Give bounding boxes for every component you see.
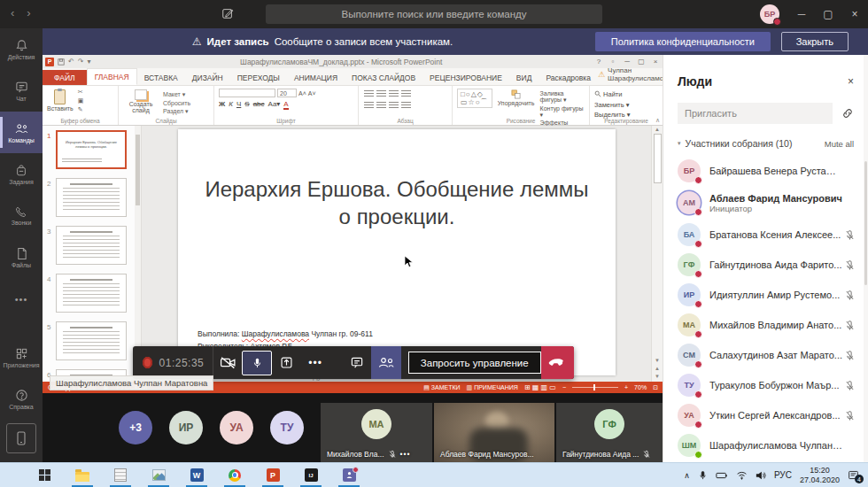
find-button[interactable]: Найти [594,90,630,98]
cut-icon[interactable]: ✂ [78,89,84,96]
chat-button[interactable] [342,346,370,379]
tab-animations[interactable]: АНИМАЦИЯ [287,70,345,85]
panel-scrollbar[interactable] [864,55,868,462]
minimize-button[interactable]: ─ [788,0,815,28]
bullets-icon[interactable] [364,90,374,98]
video-tile[interactable]: ГФ Гайнутдинова Аида ... [556,403,663,462]
sidebar-item-assignments[interactable]: Задания [0,153,43,195]
view-buttons[interactable]: ⊞ ▦ ▥ ▭ [524,383,556,391]
sidebar-item-calls[interactable]: Звонки [0,195,43,236]
participant-avatar[interactable]: ИР [169,411,203,444]
sidebar-item-activity[interactable]: Действия [0,28,43,70]
taskbar-photos[interactable] [146,463,171,487]
participant-row[interactable]: БР Байрашева Венера Рустамовна [663,156,868,186]
taskbar-teams[interactable] [337,463,361,487]
slide-thumbnail[interactable]: 3 [43,221,141,269]
copy-icon[interactable]: ▣ [78,97,84,104]
indent-decrease-icon[interactable] [389,90,399,98]
new-slide-button[interactable]: Создать слайд [123,89,159,113]
slide-thumbnail[interactable]: 1 Иерархия Ершова. Обобщение леммы о про… [43,126,141,174]
close-button[interactable]: × [841,0,868,28]
mute-all-button[interactable]: Mute all [825,139,854,149]
numbering-icon[interactable] [376,90,386,98]
mic-off-icon[interactable] [844,290,856,301]
hangup-button[interactable] [541,346,574,379]
scroll-up-icon[interactable]: ▲ [655,127,660,132]
shadow-button[interactable]: S [244,100,249,108]
participant-row[interactable]: МА Михайлов Владимир Анато... [663,310,868,340]
slide-thumbnail[interactable]: 5 [43,317,141,365]
zoom-level[interactable]: 70% [634,384,647,390]
ppt-restore-button[interactable]: ▢ [634,58,648,66]
bold-button[interactable]: Ж [219,100,225,108]
overflow-avatar[interactable]: +3 [119,411,152,444]
notes-toggle[interactable]: ▤ ЗАМЕТКИ [423,384,460,391]
privacy-policy-button[interactable]: Политика конфиденциальности [595,32,771,51]
font-size-combobox[interactable]: 20 [277,89,297,97]
wifi-icon[interactable] [736,470,748,480]
people-panel-close-icon[interactable]: × [848,75,854,88]
battery-icon[interactable] [716,471,728,480]
volume-icon[interactable] [756,470,766,481]
taskbar-word[interactable]: W [184,463,209,487]
participant-row[interactable]: АМ Аблаев Фарид Мансурович Инициатор [663,186,868,220]
participants-button[interactable] [371,346,401,379]
participant-avatar[interactable]: УА [220,411,253,444]
tile-more-icon[interactable]: ••• [400,450,411,459]
avatar[interactable]: БР [760,4,779,24]
tab-design[interactable]: ДИЗАЙН [185,70,230,85]
shapes-gallery[interactable]: □○△◇ ▭☆○⌒ [457,89,492,108]
thumbnails-scrollbar[interactable] [135,126,141,382]
change-case-button[interactable]: Aa▾ [268,100,281,108]
justify-icon[interactable] [401,102,411,110]
align-left-icon[interactable] [364,102,374,110]
paste-button[interactable]: Вставить [47,89,74,112]
start-button[interactable] [32,463,57,487]
scrollbar-thumb[interactable] [654,134,662,183]
clock[interactable]: 15:20 27.04.2020 [800,466,840,485]
taskbar-intellij[interactable]: IJ [298,463,323,487]
banner-close-button[interactable]: Закрыть [781,32,849,51]
participant-row[interactable]: УА Уткин Сергей Александров... [663,400,868,430]
nav-arrows[interactable]: ‹› [11,6,43,19]
participant-row[interactable]: ГФ Гайнутдинова Аида Фарито... [663,250,868,280]
participant-row[interactable]: СМ Салахутдинов Азат Марато... [663,340,868,370]
next-slide-icon[interactable]: ▼ [655,374,660,379]
tab-transitions[interactable]: ПЕРЕХОДЫ [230,70,287,85]
tray-expand-icon[interactable]: ∧ [684,471,690,480]
mic-off-icon[interactable] [844,229,856,241]
taskbar-chrome[interactable] [222,463,247,487]
ppt-help-button[interactable]: ? [592,58,606,66]
sidebar-item-more[interactable]: ••• [0,278,43,320]
participant-row[interactable]: ТУ Туракулов Бобуржон Маър... [663,370,868,400]
slide-thumbnail[interactable]: 4 [43,269,141,317]
shrink-font-icon[interactable]: A˅ [308,90,316,97]
mic-off-icon[interactable] [844,380,856,391]
font-name-combobox[interactable] [219,89,275,97]
participant-avatar[interactable]: ТУ [270,411,304,444]
sidebar-item-apps[interactable]: Приложения [0,336,43,378]
shape-outline-button[interactable]: Контур фигуры ▾ [540,105,585,119]
mic-off-icon[interactable] [844,410,856,421]
video-tile[interactable]: МА Михайлов Вла... ••• [321,403,432,462]
tab-file[interactable]: ФАЙЛ [43,70,87,85]
arrange-button[interactable]: Упорядочить [497,89,536,106]
participant-row[interactable]: БА Братанова Ксения Алексее... [663,220,868,250]
mic-off-icon[interactable] [844,259,856,271]
mic-off-icon[interactable] [844,350,856,361]
participants-section-label[interactable]: Участники собрания (10) [686,138,793,149]
tab-storyboard[interactable]: Раскадровка [539,70,598,85]
tab-view[interactable]: ВИД [509,70,539,85]
underline-button[interactable]: Ч [236,100,241,108]
format-painter-icon[interactable]: ✎ [78,106,84,113]
zoom-in-icon[interactable]: + [624,384,628,390]
shape-fill-button[interactable]: Заливка фигуры ▾ [540,90,585,104]
strikethrough-button[interactable]: abc [253,100,265,108]
mic-toggle-button[interactable] [242,351,272,375]
more-options-button[interactable]: ••• [301,346,329,379]
font-color-button[interactable]: А [283,100,288,110]
layout-button[interactable]: Макет ▾ [163,91,190,98]
align-right-icon[interactable] [389,102,399,110]
slide-thumbnail[interactable]: 2 [43,174,141,221]
camera-toggle-button[interactable] [213,346,242,379]
